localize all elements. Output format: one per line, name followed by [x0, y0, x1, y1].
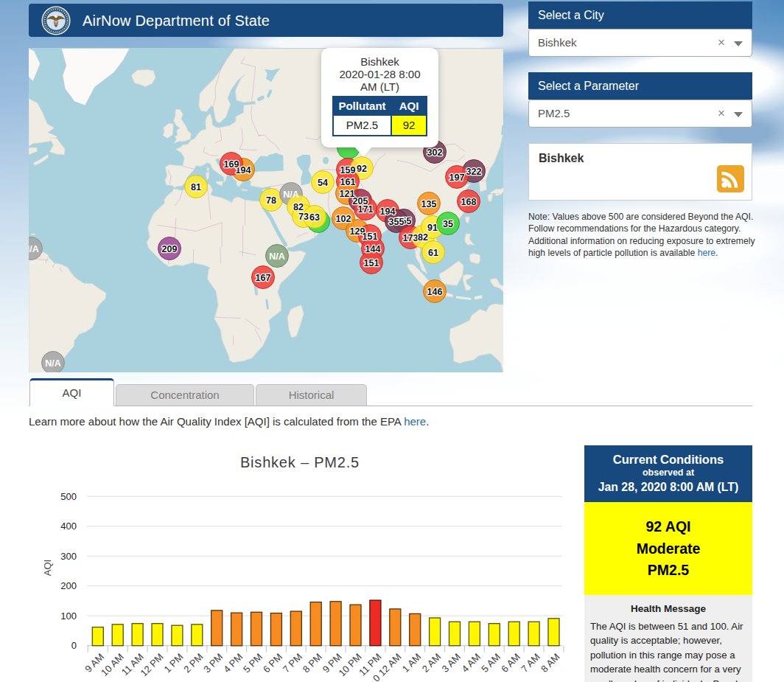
- svg-text:6 AM: 6 AM: [499, 651, 522, 675]
- svg-text:63: 63: [309, 212, 320, 223]
- svg-text:81: 81: [191, 182, 201, 192]
- svg-text:2 PM: 2 PM: [181, 651, 205, 675]
- svg-text:209: 209: [162, 244, 178, 254]
- svg-text:7 PM: 7 PM: [281, 651, 304, 675]
- svg-text:151: 151: [364, 258, 379, 268]
- svg-text:5 PM: 5 PM: [241, 651, 265, 675]
- svg-text:78: 78: [266, 195, 276, 206]
- svg-text:AQI: AQI: [42, 560, 53, 576]
- svg-text:6 PM: 6 PM: [261, 651, 284, 675]
- svg-text:200: 200: [60, 580, 77, 591]
- svg-text:N/A: N/A: [283, 189, 299, 200]
- svg-text:102: 102: [336, 214, 351, 224]
- svg-text:Bishkek – PM2.5: Bishkek – PM2.5: [240, 454, 360, 470]
- svg-text:N/A: N/A: [269, 251, 285, 262]
- svg-text:159: 159: [340, 165, 356, 175]
- svg-text:35: 35: [443, 219, 453, 229]
- svg-text:82: 82: [293, 202, 304, 212]
- svg-text:322: 322: [466, 167, 482, 177]
- svg-text:73: 73: [298, 212, 309, 222]
- svg-text:300: 300: [60, 551, 77, 562]
- svg-text:7 AM: 7 AM: [519, 651, 542, 675]
- svg-text:N/A: N/A: [45, 358, 61, 369]
- svg-text:169: 169: [224, 159, 239, 170]
- svg-text:61: 61: [428, 248, 438, 258]
- svg-text:1 PM: 1 PM: [161, 651, 185, 675]
- svg-text:151: 151: [363, 232, 378, 242]
- svg-text:8 AM: 8 AM: [539, 651, 562, 675]
- svg-text:135: 135: [421, 199, 437, 209]
- svg-text:400: 400: [60, 521, 77, 532]
- svg-text:171: 171: [358, 204, 374, 215]
- svg-text:146: 146: [427, 287, 443, 297]
- svg-text:161: 161: [340, 177, 356, 187]
- svg-text:355: 355: [389, 217, 405, 227]
- svg-text:0: 0: [71, 640, 77, 651]
- svg-text:100: 100: [60, 610, 77, 622]
- svg-text:10 PM: 10 PM: [336, 651, 363, 678]
- svg-text:500: 500: [60, 491, 77, 502]
- svg-text:144: 144: [365, 244, 381, 254]
- svg-text:3 AM: 3 AM: [440, 651, 463, 675]
- svg-text:10 AM: 10 AM: [99, 651, 126, 678]
- svg-text:194: 194: [380, 206, 396, 217]
- svg-text:91: 91: [427, 223, 438, 233]
- svg-text:197: 197: [449, 173, 465, 183]
- svg-text:173: 173: [403, 233, 419, 243]
- svg-text:8 PM: 8 PM: [301, 651, 324, 675]
- svg-text:N/A: N/A: [29, 244, 39, 254]
- svg-text:12 PM: 12 PM: [138, 651, 165, 678]
- svg-text:5 AM: 5 AM: [479, 651, 503, 675]
- svg-text:54: 54: [318, 178, 328, 188]
- svg-text:1 AM: 1 AM: [400, 651, 424, 675]
- svg-text:92: 92: [357, 164, 367, 174]
- svg-text:167: 167: [256, 273, 271, 283]
- svg-text:2 AM: 2 AM: [420, 651, 444, 675]
- svg-text:168: 168: [461, 197, 477, 207]
- svg-text:82: 82: [418, 232, 428, 243]
- svg-text:302: 302: [427, 147, 443, 158]
- svg-text:3 PM: 3 PM: [201, 651, 225, 675]
- svg-text:4 AM: 4 AM: [459, 651, 483, 675]
- svg-text:4 PM: 4 PM: [221, 651, 245, 675]
